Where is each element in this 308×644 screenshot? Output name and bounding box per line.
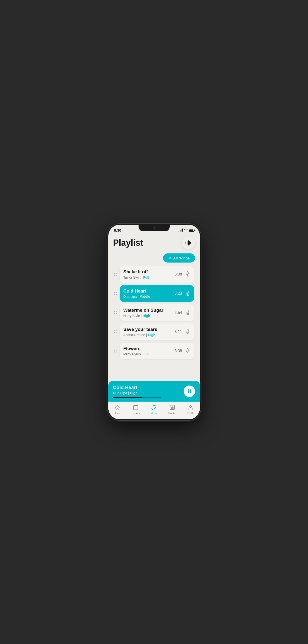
all-songs-button[interactable]: ♫ All Songs — [163, 254, 195, 262]
signal-icon — [178, 229, 183, 232]
nav-item-tracker[interactable]: Tracker — [165, 404, 180, 414]
nav-label: Home — [114, 412, 121, 414]
key-badge: High — [142, 314, 150, 318]
song-meta: Dua Lipa | Middle — [124, 295, 150, 298]
phone-frame: 8:30 — [108, 224, 201, 420]
song-title: Flowers — [124, 346, 150, 351]
nav-item-profile[interactable]: Profile — [183, 404, 198, 414]
song-card[interactable]: Cold Heart Dua Lipa | Middle 3:23 — [120, 285, 194, 302]
song-right: 2:54 — [174, 310, 190, 316]
progress-bar — [113, 397, 161, 398]
drag-handle[interactable] — [113, 291, 118, 296]
status-time: 8:30 — [114, 228, 121, 232]
song-title: Cold Heart — [124, 288, 150, 294]
song-row: Shake it off Taylor Swift | Full 3:38 — [113, 266, 194, 283]
drag-handle[interactable] — [113, 348, 118, 354]
song-info: Shake it off Taylor Swift | Full — [124, 269, 149, 279]
song-row: Flowers Miley Cyrus | Full 3:38 — [113, 342, 194, 360]
song-meta: Ariana Grande | High — [124, 333, 158, 337]
svg-point-20 — [190, 406, 192, 407]
key-badge: Full — [144, 352, 150, 356]
now-playing-key: High — [130, 391, 137, 395]
now-playing-title: Cold Heart — [113, 385, 161, 390]
now-playing-artist: Dua Lipa — [113, 391, 127, 395]
nav-label: Tracker — [168, 412, 177, 414]
nav-label: Music — [150, 412, 158, 414]
events-icon — [132, 404, 139, 411]
song-duration: 3:11 — [174, 330, 182, 334]
nav-label: Profile — [187, 412, 194, 414]
song-meta: Miley Cyrus | Full — [124, 352, 150, 356]
home-icon — [114, 404, 121, 411]
song-info: Flowers Miley Cyrus | Full — [124, 346, 150, 356]
pause-button[interactable] — [184, 386, 195, 397]
song-row: Save your tears Ariana Grande | High 3:1… — [113, 324, 194, 340]
nav-item-events[interactable]: Events — [128, 404, 143, 414]
all-songs-label: All Songs — [173, 256, 190, 260]
mic-icon — [185, 271, 190, 278]
song-right: 3:23 — [174, 290, 190, 297]
wifi-icon — [184, 228, 188, 232]
song-info: Cold Heart Dua Lipa | Middle — [124, 288, 150, 298]
header: Playlist — [113, 233, 195, 254]
sound-wave-icon — [186, 240, 191, 246]
drag-handle[interactable] — [113, 310, 118, 315]
status-icons — [178, 228, 194, 232]
bottom-nav: Home Events Music Tracker Profile — [108, 402, 200, 419]
song-card[interactable]: Save your tears Ariana Grande | High 3:1… — [120, 324, 194, 340]
song-card[interactable]: Shake it off Taylor Swift | Full 3:38 — [120, 266, 194, 283]
pause-icon — [188, 389, 191, 393]
song-duration: 3:23 — [174, 291, 182, 296]
song-row: Cold Heart Dua Lipa | Middle 3:23 — [113, 285, 194, 302]
main-content: Playlist ♫ All Songs — [108, 233, 200, 379]
now-playing-meta: Dua Lipa | High — [113, 391, 161, 395]
key-badge: High — [148, 333, 155, 337]
battery-icon — [189, 229, 194, 232]
svg-point-14 — [152, 408, 153, 410]
svg-rect-10 — [134, 406, 138, 410]
now-playing-bar[interactable]: Cold Heart Dua Lipa | High — [108, 381, 200, 402]
music-note-icon: ♫ — [168, 256, 171, 260]
page-title: Playlist — [113, 238, 143, 248]
drag-handle[interactable] — [113, 330, 118, 334]
song-row: Watermelon Sugar Harry Style | High 2:54 — [113, 304, 194, 321]
notch — [138, 225, 170, 231]
song-right: 3:38 — [174, 348, 190, 354]
song-duration: 3:38 — [174, 349, 182, 353]
profile-icon — [187, 404, 194, 411]
song-card[interactable]: Watermelon Sugar Harry Style | High 2:54 — [120, 304, 194, 321]
song-title: Shake it off — [124, 269, 149, 274]
camera — [153, 226, 156, 230]
song-duration: 3:38 — [174, 272, 182, 276]
now-playing-info: Cold Heart Dua Lipa | High — [113, 385, 161, 398]
song-card[interactable]: Flowers Miley Cyrus | Full 3:38 — [120, 342, 194, 360]
song-info: Save your tears Ariana Grande | High — [124, 327, 158, 337]
mic-icon — [185, 290, 190, 297]
nav-item-music[interactable]: Music — [147, 404, 161, 414]
song-right: 3:38 — [174, 271, 190, 278]
song-info: Watermelon Sugar Harry Style | High — [124, 308, 164, 318]
song-right: 3:11 — [174, 329, 190, 335]
tracker-icon — [169, 404, 176, 411]
music-icon — [150, 404, 157, 411]
nav-item-home[interactable]: Home — [110, 404, 125, 414]
mic-icon — [185, 329, 190, 335]
sound-wave-button[interactable] — [182, 236, 195, 250]
progress-fill — [113, 397, 142, 398]
song-title: Watermelon Sugar — [124, 308, 164, 313]
key-badge: Full — [143, 276, 149, 279]
song-meta: Taylor Swift | Full — [124, 276, 149, 279]
drag-handle[interactable] — [113, 272, 118, 277]
song-title: Save your tears — [124, 327, 158, 332]
song-list: Shake it off Taylor Swift | Full 3:38 — [113, 266, 195, 379]
song-duration: 2:54 — [174, 310, 182, 315]
nav-label: Events — [132, 412, 140, 414]
key-badge: Middle — [140, 295, 150, 298]
song-meta: Harry Style | High — [124, 314, 164, 318]
mic-icon — [185, 310, 190, 316]
mic-icon — [185, 348, 190, 354]
phone-screen: 8:30 — [108, 225, 200, 419]
filter-row: ♫ All Songs — [113, 254, 195, 262]
